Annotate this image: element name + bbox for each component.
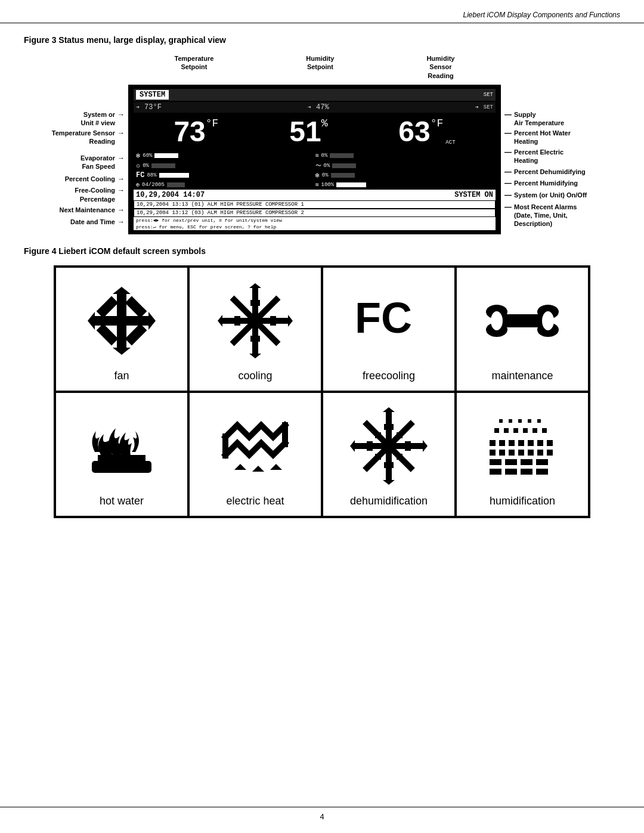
ann-pct-cooling: Percent Cooling → <box>24 175 128 184</box>
svg-rect-49 <box>384 424 394 430</box>
symbol-fan: fan <box>55 267 188 392</box>
svg-rect-22 <box>250 336 260 342</box>
big-temp: 73 <box>174 115 205 148</box>
svg-rect-86 <box>499 419 503 423</box>
svg-rect-81 <box>504 428 509 433</box>
svg-marker-18 <box>249 354 261 358</box>
ann-pct-dehumid: — Percent Dehumidifying <box>501 168 620 177</box>
svg-rect-74 <box>521 459 532 465</box>
svg-rect-60 <box>509 440 515 446</box>
svg-rect-58 <box>490 440 496 446</box>
svg-marker-8 <box>148 312 156 330</box>
maintenance-label: maintenance <box>491 370 553 382</box>
symbol-maintenance: maintenance <box>456 267 589 392</box>
svg-rect-89 <box>528 419 531 423</box>
ann-recent-alarms: — Most Recent Alarms(Date, Time, Unit,De… <box>501 203 620 228</box>
electricheat-icon <box>196 405 315 488</box>
svg-marker-38 <box>234 464 246 470</box>
svg-rect-5 <box>95 316 117 326</box>
symbol-freecooling: FC freecooling <box>322 267 456 392</box>
hotwater-label: hot water <box>100 495 144 507</box>
bar-fc: FC 88% <box>136 171 314 180</box>
svg-rect-23 <box>234 316 240 326</box>
svg-marker-6 <box>88 312 95 330</box>
svg-marker-4 <box>113 348 131 355</box>
svg-rect-73 <box>505 459 517 465</box>
svg-text:FC: FC <box>355 294 412 342</box>
svg-rect-35 <box>98 455 145 464</box>
svg-rect-10 <box>125 296 147 318</box>
svg-rect-36 <box>222 433 228 459</box>
header-title: Liebert iCOM Display Components and Func… <box>463 11 620 19</box>
ann-sys-on-off: — System (or Unit) On/Off <box>501 191 620 200</box>
svg-rect-85 <box>542 428 547 433</box>
bar-fc2: ❄ 0% <box>315 171 494 180</box>
ann-supply-air: — SupplyAir Temperature <box>501 110 620 128</box>
svg-rect-11 <box>97 324 119 346</box>
svg-rect-59 <box>499 440 505 446</box>
figure3-diagram: System orUnit # view → Temperature Senso… <box>24 54 620 234</box>
svg-rect-90 <box>537 419 541 423</box>
svg-rect-64 <box>547 440 553 446</box>
svg-rect-3 <box>117 326 126 348</box>
svg-rect-67 <box>509 450 515 456</box>
bar-cool: ☼ 0% <box>136 162 314 170</box>
svg-rect-63 <box>537 440 543 446</box>
page-header: Liebert iCOM Display Components and Func… <box>0 0 644 23</box>
svg-rect-56 <box>375 454 381 460</box>
svg-marker-2 <box>113 287 131 294</box>
svg-rect-83 <box>523 428 528 433</box>
fan-icon <box>62 280 181 363</box>
svg-rect-50 <box>384 462 394 468</box>
big-extra: 63 <box>398 115 430 148</box>
svg-rect-82 <box>513 428 518 433</box>
cooling-label: cooling <box>238 370 272 382</box>
ann-system-unit: System orUnit # view → <box>24 110 128 128</box>
row-datetime: 10,29,2004 14:07 SYSTEM ON <box>134 190 496 200</box>
humidification-icon <box>463 405 582 488</box>
ann-datetime: Date and Time → <box>24 218 128 227</box>
svg-rect-72 <box>490 459 501 465</box>
big-humid: 51 <box>289 115 321 148</box>
svg-rect-62 <box>528 440 534 446</box>
svg-rect-75 <box>536 459 548 465</box>
figure3-title: Figure 3 Status menu, large display, gra… <box>24 35 620 45</box>
ann-pct-hot-water: — Percent Hot WaterHeating <box>501 129 620 146</box>
svg-rect-87 <box>509 419 512 423</box>
svg-rect-37 <box>282 422 288 447</box>
svg-rect-53 <box>384 441 394 451</box>
freecooling-icon: FC <box>329 280 448 363</box>
svg-rect-21 <box>250 300 260 306</box>
svg-rect-76 <box>490 469 501 475</box>
page-number: 4 <box>320 812 324 821</box>
display-screen: SYSTEM SET ➔ 73°F ➔ 47% ➔ SET <box>128 85 501 234</box>
svg-rect-84 <box>532 428 537 433</box>
center-display: TemperatureSetpoint HumiditySetpoint Hum… <box>128 54 501 234</box>
system-label: SYSTEM <box>136 90 169 100</box>
dehumidification-label: dehumidification <box>350 495 428 507</box>
svg-rect-24 <box>270 316 276 326</box>
alarm-row1: 10,29,2004 13:13 (01) ALM HIGH PRESSURE … <box>134 200 496 209</box>
svg-marker-46 <box>383 480 395 485</box>
row-main-numbers: 73 °F 51 % 63 °F ACT <box>134 113 496 150</box>
svg-rect-80 <box>494 428 499 433</box>
ann-freecooling: Free-CoolingPercentage → <box>24 186 128 203</box>
hotwater-icon <box>62 405 181 488</box>
svg-rect-69 <box>528 450 534 456</box>
page-footer: 4 <box>0 807 644 821</box>
electricheat-label: electric heat <box>226 495 284 507</box>
bar-maint2: ≋ 100% <box>315 181 494 188</box>
screen-row1: SYSTEM SET <box>134 89 496 101</box>
svg-marker-39 <box>252 466 264 472</box>
symbols-grid: fan <box>54 265 590 518</box>
fan-label: fan <box>114 370 129 382</box>
bar-fan: ❄ 60% <box>136 151 314 160</box>
svg-rect-54 <box>375 432 381 438</box>
svg-rect-78 <box>521 469 532 475</box>
svg-rect-52 <box>405 441 411 451</box>
svg-marker-20 <box>288 315 293 327</box>
svg-rect-88 <box>518 419 522 423</box>
ann-temp-sensor: Temperature SensorReading → <box>24 129 128 146</box>
ann-pct-elec-heat: — Percent ElectricHeating <box>501 148 620 165</box>
svg-rect-79 <box>536 469 548 475</box>
